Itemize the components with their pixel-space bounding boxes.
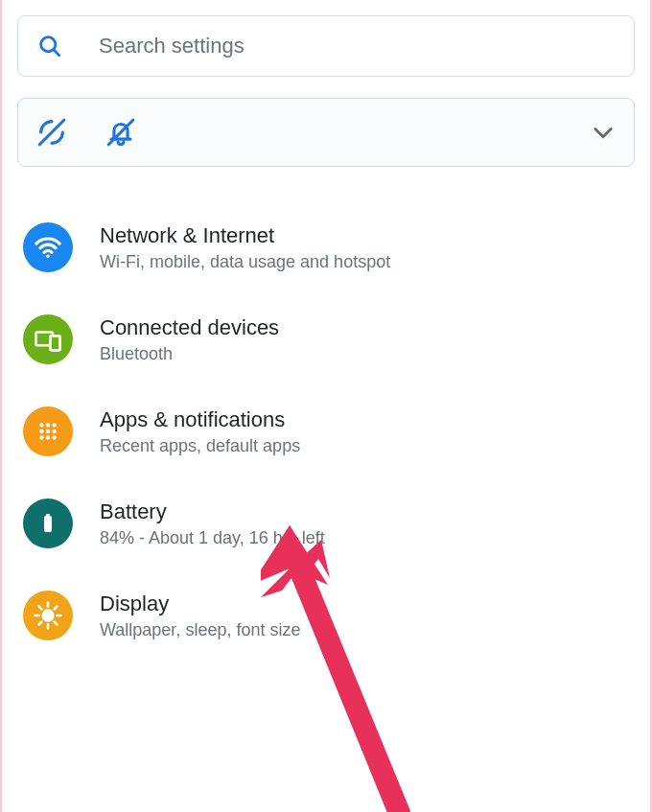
data-saver-off-icon (35, 116, 68, 149)
notifications-off-icon (105, 116, 137, 149)
setting-subtitle: 84% - About 1 day, 16 hrs left (100, 528, 325, 548)
settings-list: Network & Internet Wi-Fi, mobile, data u… (17, 201, 635, 661)
devices-icon (23, 314, 73, 364)
display-icon (23, 591, 73, 640)
setting-battery[interactable]: Battery 84% - About 1 day, 16 hrs left (17, 477, 635, 569)
battery-icon (23, 499, 73, 548)
setting-apps-notifications[interactable]: Apps & notifications Recent apps, defaul… (17, 385, 635, 477)
setting-subtitle: Wi-Fi, mobile, data usage and hotspot (100, 252, 390, 272)
search-placeholder: Search settings (99, 34, 244, 58)
svg-point-4 (46, 255, 49, 258)
svg-line-1 (54, 50, 59, 56)
search-icon (35, 32, 64, 60)
suggestions-panel[interactable] (17, 98, 635, 167)
apps-icon (23, 406, 73, 456)
svg-rect-17 (44, 516, 52, 532)
svg-rect-6 (51, 336, 60, 350)
setting-title: Apps & notifications (100, 407, 300, 432)
svg-point-15 (46, 435, 50, 439)
setting-title: Battery (100, 499, 325, 524)
search-settings-field[interactable]: Search settings (17, 15, 635, 77)
setting-subtitle: Bluetooth (100, 344, 279, 364)
svg-point-19 (43, 611, 54, 621)
setting-connected-devices[interactable]: Connected devices Bluetooth (17, 293, 635, 385)
svg-point-13 (52, 429, 56, 433)
svg-point-9 (46, 423, 50, 427)
svg-point-16 (52, 435, 56, 439)
svg-point-8 (39, 423, 43, 427)
setting-title: Display (100, 592, 300, 616)
svg-point-14 (39, 435, 43, 439)
svg-point-11 (39, 429, 43, 433)
chevron-down-icon (590, 119, 617, 146)
wifi-icon (23, 222, 73, 272)
svg-rect-18 (46, 514, 50, 517)
svg-point-12 (46, 429, 50, 433)
svg-point-0 (41, 37, 56, 52)
setting-network-internet[interactable]: Network & Internet Wi-Fi, mobile, data u… (17, 201, 635, 293)
setting-subtitle: Recent apps, default apps (100, 436, 300, 456)
setting-title: Network & Internet (100, 223, 390, 248)
setting-title: Connected devices (100, 315, 279, 340)
svg-point-10 (52, 423, 56, 427)
setting-display[interactable]: Display Wallpaper, sleep, font size (17, 569, 635, 661)
setting-subtitle: Wallpaper, sleep, font size (100, 620, 300, 640)
